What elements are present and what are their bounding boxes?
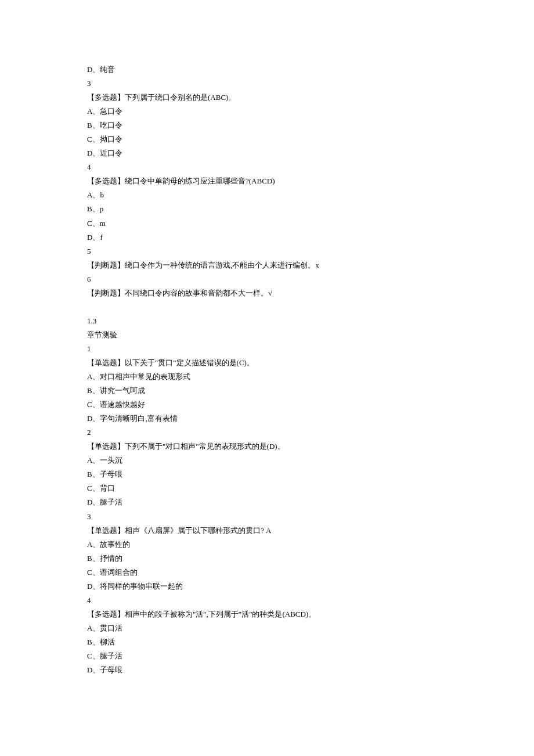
option-d: D、近口令 (87, 146, 447, 160)
option-c: C、拗口令 (87, 132, 447, 146)
question-stem: 【多选题】下列属于绕口令别名的是(ABC)。 (87, 91, 447, 105)
option-b: B、子母哏 (87, 467, 447, 481)
option-d: D、子母哏 (87, 663, 447, 677)
option-c: C、语速越快越好 (87, 398, 447, 412)
option-d: D、字句清晰明白,富有表情 (87, 412, 447, 426)
option-d: D、f (87, 231, 447, 244)
option-b: B、柳活 (87, 635, 447, 649)
text-line: D、纯音 (87, 63, 447, 77)
question-number: 3 (87, 77, 447, 91)
question-number: 4 (87, 160, 447, 174)
option-d: D、腿子活 (87, 495, 447, 509)
option-b: B、讲究一气呵成 (87, 384, 447, 398)
question-number: 1 (87, 342, 447, 356)
option-b: B、p (87, 202, 447, 216)
question-number: 4 (87, 593, 447, 607)
option-c: C、腿子活 (87, 649, 447, 663)
question-stem: 【判断题】不同绕口令内容的故事和音韵都不大一样。√ (87, 286, 447, 300)
question-stem: 【多选题】绕口令中单韵母的练习应注重哪些音?(ABCD) (87, 174, 447, 188)
option-b: B、抒情的 (87, 552, 447, 566)
question-number: 3 (87, 510, 447, 524)
section-title: 章节测验 (87, 328, 447, 342)
option-d: D、将同样的事物串联一起的 (87, 579, 447, 593)
option-c: C、m (87, 217, 447, 231)
option-a: A、故事性的 (87, 538, 447, 552)
document-page: D、纯音 3 【多选题】下列属于绕口令别名的是(ABC)。 A、急口令 B、吃口… (0, 0, 534, 756)
question-stem: 【多选题】相声中的段子被称为"活",下列属于"活"的种类是(ABCD)。 (87, 607, 447, 621)
question-stem: 【单选题】下列不属于"对口相声"常见的表现形式的是(D)。 (87, 440, 447, 453)
option-b: B、吃口令 (87, 118, 447, 132)
question-stem: 【判断题】绕口令作为一种传统的语言游戏,不能由个人来进行编创。x (87, 258, 447, 272)
question-number: 6 (87, 272, 447, 286)
option-c: C、背口 (87, 481, 447, 495)
option-a: A、贯口活 (87, 621, 447, 635)
option-a: A、b (87, 188, 447, 202)
section-number: 1.3 (87, 314, 447, 328)
option-c: C、语词组合的 (87, 566, 447, 579)
option-a: A、对口相声中常见的表现形式 (87, 370, 447, 384)
question-number: 2 (87, 426, 447, 440)
question-stem: 【单选题】相声《八扇屏》属于以下哪种形式的贯口? A (87, 524, 447, 538)
question-stem: 【单选题】以下关于"贯口"定义描述错误的是(C)。 (87, 356, 447, 370)
blank-line (87, 300, 447, 314)
option-a: A、急口令 (87, 105, 447, 118)
option-a: A、一头沉 (87, 453, 447, 467)
question-number: 5 (87, 244, 447, 258)
